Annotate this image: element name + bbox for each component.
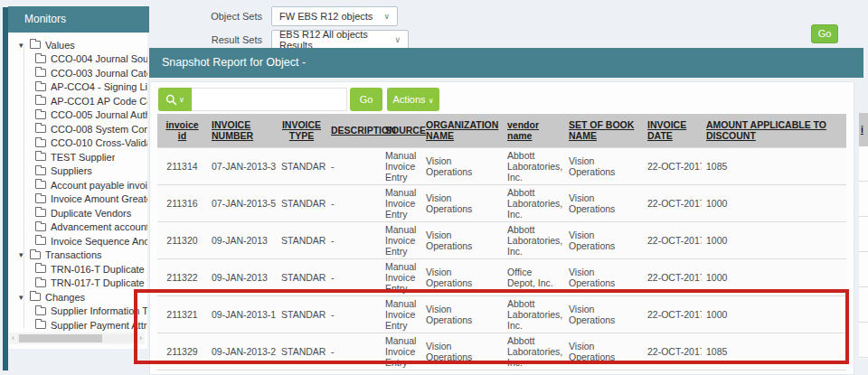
folder-icon (35, 153, 46, 161)
folder-icon (35, 69, 46, 77)
table-row[interactable]: 21132009-JAN-2013STANDARD-Manual Invoice… (157, 221, 846, 258)
tree-item[interactable]: CCO-010 Cross-Validation (8, 136, 147, 151)
column-header[interactable]: INVOICE TYPE (277, 114, 326, 147)
column-header[interactable]: AMOUNT APPLICABLE TO DISCOUNT (702, 114, 846, 147)
expand-arrow-icon[interactable]: ▾ (19, 41, 30, 50)
highlight-rectangle (134, 289, 849, 364)
chevron-down-icon: ∨ (179, 96, 184, 104)
truncated-column: i (859, 113, 868, 359)
tree-item[interactable]: Supplier Payment Attribut (8, 318, 147, 333)
folder-icon (35, 307, 46, 315)
tree-group-label: Transactions (45, 249, 102, 260)
tree-item[interactable]: Supplier Information Track (8, 305, 147, 319)
tree-item[interactable]: TRN-016-T Duplicate invo (8, 262, 147, 277)
table-cell: 07-JAN-2013-5 (207, 184, 277, 221)
folder-icon (35, 139, 46, 147)
tree-item[interactable]: CCO-004 Journal Sources (8, 52, 147, 67)
folder-icon (35, 279, 46, 287)
column-header[interactable]: INVOICE DATE (643, 114, 702, 147)
search-input[interactable] (192, 88, 347, 111)
tree-item[interactable]: AP-CCO4 - Signing Limit C (8, 80, 147, 95)
table-row[interactable]: 21131607-JAN-2013-5STANDARD-Manual Invoi… (157, 184, 846, 221)
table-cell: Vision Operations (421, 221, 503, 258)
table-cell: - (326, 184, 381, 221)
tree-group[interactable]: ▾Transactions (8, 248, 147, 263)
folder-icon (35, 195, 46, 203)
chevron-down-icon: ∨ (429, 97, 434, 105)
go-button[interactable]: Go (811, 24, 838, 43)
folder-icon (35, 181, 46, 189)
table-cell: Abbott Laboratories, Inc. (503, 184, 564, 221)
tree-item-label: TRN-016-T Duplicate invo (51, 264, 147, 275)
search-icon (165, 94, 177, 106)
tree-item-label: CCO-004 Journal Sources (51, 53, 147, 64)
tree-item[interactable]: Invoice Sequence Anomali (8, 234, 147, 248)
table-cell: 1085 (702, 147, 846, 184)
tree-item[interactable]: Account payable invoices (8, 178, 147, 192)
column-header[interactable]: ORGANIZATION NAME (421, 114, 503, 147)
sidebar-horizontal-scrollbar[interactable]: ‹ › (9, 333, 145, 344)
column-header[interactable]: SOURCE (381, 114, 421, 147)
table-cell: - (326, 147, 381, 184)
table-cell: 211320 (157, 221, 207, 258)
tree-item[interactable]: Advancement accounts Pr (8, 220, 147, 235)
tree-item-label: Suppliers (51, 165, 92, 176)
table-cell: Vision Operations (564, 147, 643, 184)
object-sets-select[interactable]: FW EBS R12 objects ∨ (271, 6, 398, 26)
scroll-left-icon[interactable]: ‹ (9, 333, 17, 344)
tree-item-label: Supplier Payment Attribut (51, 320, 147, 331)
table-row[interactable]: 21131407-JAN-2013-3STANDARD-Manual Invoi… (157, 147, 846, 184)
table-cell: - (326, 221, 381, 258)
column-header[interactable]: invoice id (157, 114, 207, 147)
table-cell: 09-JAN-2013 (207, 221, 277, 258)
sidebar-tree: ▾ValuesCCO-004 Journal SourcesCCO-003 Jo… (8, 38, 147, 333)
sidebar-title: Monitors (8, 6, 149, 33)
table-cell: STANDARD (277, 147, 326, 184)
tree-item[interactable]: TEST Supplier (8, 150, 147, 164)
tree-item[interactable]: Invoice Amount Greater th (8, 192, 147, 207)
tree-item[interactable]: TRN-017-T Duplicate Vend (8, 277, 147, 291)
chevron-down-icon: ∨ (376, 12, 390, 21)
folder-icon (30, 251, 41, 259)
tree-item[interactable]: CCO-003 Journal Categori (8, 66, 147, 80)
table-cell: 211316 (157, 184, 207, 221)
column-header[interactable]: SET OF BOOK NAME (564, 114, 643, 147)
scrollbar-track[interactable] (17, 334, 137, 342)
tree-item-label: CCO-005 Journal Authoriz (51, 109, 147, 120)
table-cell: Manual Invoice Entry (381, 147, 421, 184)
table-cell: Vision Operations (564, 221, 643, 258)
table-cell: Vision Operations (421, 147, 503, 184)
sidebar: ▾ValuesCCO-004 Journal SourcesCCO-003 Jo… (8, 33, 147, 349)
tree-item-label: Duplicate Vendors (51, 208, 131, 219)
tree-item-label: Invoice Amount Greater th (51, 193, 147, 204)
app-window: Monitors ▾ValuesCCO-004 Journal SourcesC… (0, 0, 868, 375)
expand-arrow-icon[interactable]: ▾ (19, 293, 30, 302)
column-header[interactable]: vendor name (503, 114, 564, 147)
table-cell: Vision Operations (421, 184, 503, 221)
folder-icon (35, 209, 46, 217)
folder-icon (35, 111, 46, 119)
table-cell: 211314 (157, 147, 207, 184)
tree-group[interactable]: ▾Changes (8, 290, 147, 305)
scrollbar-thumb[interactable] (19, 334, 102, 342)
column-header[interactable]: INVOICE NUMBER (207, 114, 277, 147)
tree-item[interactable]: Suppliers (8, 164, 147, 179)
table-cell: Manual Invoice Entry (381, 221, 421, 258)
search-menu-button[interactable]: ∨ (158, 88, 192, 111)
tree-item[interactable]: CCO-008 System Controls (8, 122, 147, 136)
actions-button[interactable]: Actions ∨ (387, 88, 439, 111)
tree-group[interactable]: ▾Values (8, 38, 147, 52)
tree-item[interactable]: AP-CCO1 AP Code Combi (8, 94, 147, 108)
tree-item[interactable]: CCO-005 Journal Authoriz (8, 108, 147, 123)
tree-item-label: TEST Supplier (51, 152, 115, 163)
folder-icon (35, 83, 46, 91)
truncated-cell (859, 182, 868, 217)
folder-icon (35, 125, 46, 133)
tree-group-label: Changes (45, 292, 85, 303)
expand-arrow-icon[interactable]: ▾ (19, 250, 30, 259)
result-sets-select[interactable]: EBS R12 All objects Results ∨ (271, 30, 409, 50)
search-go-button[interactable]: Go (350, 88, 382, 111)
tree-item-label: AP-CCO1 AP Code Combi (51, 96, 147, 107)
tree-item[interactable]: Duplicate Vendors (8, 206, 147, 220)
column-header[interactable]: DESCRIPTION (326, 114, 381, 147)
